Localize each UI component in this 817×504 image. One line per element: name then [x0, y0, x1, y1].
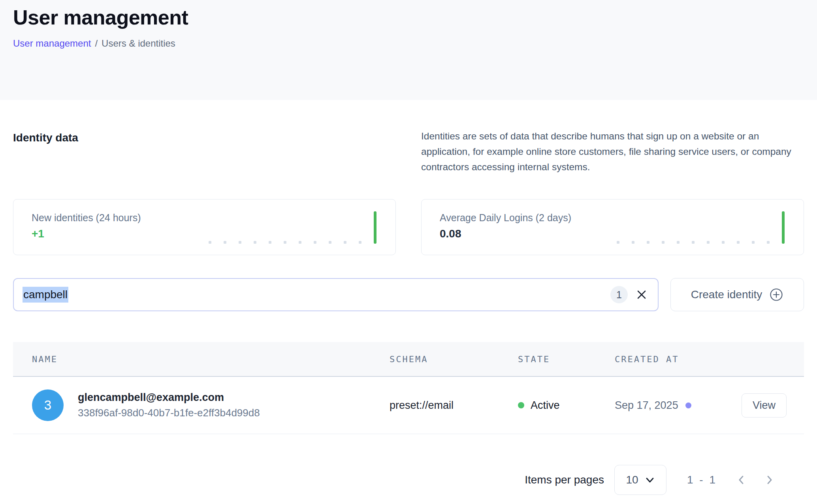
search-input-value: campbell [23, 287, 68, 303]
spark-dot [752, 241, 755, 244]
section-heading: Identity data [13, 128, 396, 175]
table-row[interactable]: 3 glencampbell@example.com 338f96af-98d0… [13, 377, 804, 434]
stat-card-average-daily-logins: Average Daily Logins (2 days) 0.08 [421, 199, 804, 255]
identity-id: 338f96af-98d0-40b7-b1fe-e2ff3b4d99d8 [78, 407, 260, 419]
spark-dot [299, 241, 301, 244]
page-range: 1 - 1 [687, 474, 717, 486]
spark-dot [647, 241, 649, 244]
spark-bar [374, 211, 376, 244]
spark-dot [284, 241, 286, 244]
sparkline-chart [617, 211, 785, 244]
spark-dot [314, 241, 316, 244]
column-header-name: NAME [13, 354, 390, 364]
items-per-page-select[interactable]: 10 [614, 465, 666, 495]
identity-created-cell: Sep 17, 2025 [615, 399, 734, 412]
create-identity-label: Create identity [691, 288, 762, 301]
identity-name-block: glencampbell@example.com 338f96af-98d0-4… [78, 391, 260, 419]
spark-dot [359, 241, 361, 244]
spark-dot [722, 241, 725, 244]
clear-search-button[interactable] [634, 287, 649, 302]
breadcrumb-separator: / [95, 38, 98, 49]
previous-page-button[interactable] [733, 471, 750, 489]
spark-dot [707, 241, 710, 244]
create-identity-button[interactable]: Create identity [670, 278, 804, 311]
identity-schema: preset://email [390, 399, 518, 412]
spark-dot [677, 241, 680, 244]
main-content: Identity data Identities are sets of dat… [0, 128, 817, 495]
created-indicator-dot [685, 402, 691, 408]
identity-state-cell: Active [518, 399, 615, 412]
identity-state-label: Active [531, 399, 560, 412]
pagination: Items per pages 10 1 - 1 [13, 465, 804, 495]
breadcrumb-link-user-management[interactable]: User management [13, 38, 91, 49]
spark-dot [692, 241, 695, 244]
plus-circle-icon [769, 288, 783, 302]
identity-action-cell: View [734, 393, 804, 417]
spark-dot [617, 241, 619, 244]
close-icon [636, 289, 648, 301]
items-per-page-label: Items per pages [525, 474, 604, 486]
user-management-page: User management User management / Users … [0, 0, 817, 504]
spark-dot [662, 241, 665, 244]
identity-email: glencampbell@example.com [78, 391, 260, 404]
spark-dot [209, 241, 211, 244]
identity-created-date: Sep 17, 2025 [615, 399, 678, 412]
sparkline-chart [209, 211, 376, 244]
identity-data-section: Identity data Identities are sets of dat… [13, 128, 804, 175]
breadcrumb: User management / Users & identities [13, 38, 804, 49]
page-title: User management [13, 6, 804, 29]
avatar: 3 [32, 389, 64, 421]
spark-dot [767, 241, 770, 244]
spark-dot [269, 241, 271, 244]
spark-dot [254, 241, 256, 244]
table-header-row: NAME SCHEMA STATE CREATED AT [13, 342, 804, 377]
search-input[interactable]: campbell 1 [13, 278, 659, 311]
stat-card-new-identities: New identities (24 hours) +1 [13, 199, 396, 255]
spark-dot [344, 241, 346, 244]
identity-name-cell: 3 glencampbell@example.com 338f96af-98d0… [13, 389, 390, 421]
column-header-created-at: CREATED AT [615, 354, 734, 364]
spark-dot [329, 241, 331, 244]
chevron-down-icon [645, 475, 655, 485]
chevron-left-icon [736, 474, 747, 485]
column-header-schema: SCHEMA [390, 354, 518, 364]
view-button[interactable]: View [742, 393, 787, 417]
column-header-state: STATE [518, 354, 615, 364]
spark-dot [632, 241, 634, 244]
search-toolbar: campbell 1 Create identity [13, 278, 804, 311]
stat-cards: New identities (24 hours) +1 Average Dai… [13, 199, 804, 255]
page-header: User management User management / Users … [0, 0, 817, 100]
section-description: Identities are sets of data that describ… [421, 128, 804, 175]
result-count-badge: 1 [610, 286, 628, 303]
identities-table: NAME SCHEMA STATE CREATED AT 3 glencampb… [13, 342, 804, 434]
spark-dot [239, 241, 241, 244]
spark-dot [737, 241, 740, 244]
items-per-page-value: 10 [626, 474, 638, 486]
breadcrumb-current: Users & identities [102, 38, 175, 49]
spark-bar [782, 211, 785, 244]
next-page-button[interactable] [761, 471, 778, 489]
spark-dot [224, 241, 226, 244]
active-status-dot [518, 402, 524, 408]
chevron-right-icon [764, 474, 775, 485]
